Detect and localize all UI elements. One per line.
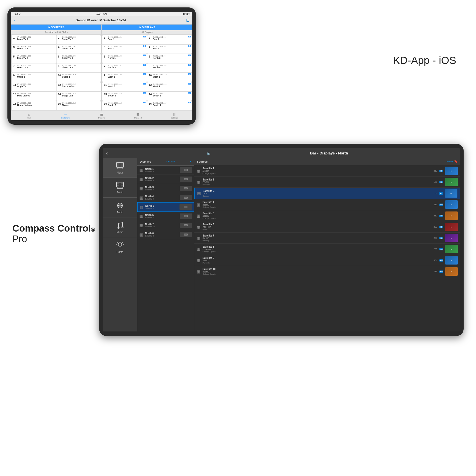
sidebar-item-audio[interactable]: Audio [103, 198, 137, 217]
tab-presets[interactable]: ☰ Presets [84, 111, 120, 120]
display-grid-item[interactable]: 3 IP: 192.168.1.103 East 3 3 [102, 45, 147, 54]
source-thumb: ▶ [445, 189, 457, 198]
tab-settings[interactable]: ||| Settings [156, 111, 192, 120]
source-ip: IP: 192.168.1.206 [62, 55, 76, 57]
ipad-frame-bottom: ‹ 🔈 Bar - Displays - North North South A… [99, 144, 464, 336]
checkmark-icon[interactable]: ✓ [189, 160, 192, 163]
source-num: 5 [13, 55, 16, 58]
select-all-btn[interactable]: Select All [166, 160, 175, 163]
passthru-btn[interactable]: Pass-thru [45, 31, 54, 33]
display-name: East 1 [108, 38, 121, 40]
source-list-item[interactable]: ▦ Satellite 7 FX HD Racing 223 HD ▶ [194, 233, 460, 244]
svg-rect-12 [117, 183, 119, 184]
display-list-item[interactable]: ▦ North 5 Satellite 3 [137, 202, 194, 212]
source-grid-item[interactable]: 7 IP: 192.168.1.207 DirectTV 7 [12, 63, 56, 72]
source-grid-item[interactable]: 16 IP: 192.168.1.216 Flyers [57, 101, 101, 110]
display-grid-item[interactable]: 14 IP: 192.168.1.114 South 2 14 [147, 92, 192, 101]
display-list-item[interactable]: ▦ North 3 Satellite 4 [137, 184, 194, 193]
source-ip: IP: 192.168.1.203 [17, 46, 31, 47]
shift-right-btn[interactable]: Shift › [62, 31, 68, 33]
tab-main[interactable]: ⌂ Main [11, 111, 47, 120]
display-info: IP: 192.168.1.111 West 3 [108, 83, 121, 88]
svg-rect-13 [117, 185, 119, 186]
display-grid-item[interactable]: 7 IP: 192.168.1.107 North 3 7 [102, 63, 147, 72]
display-icon: ▦ [139, 214, 143, 219]
source-thumb: ▶ [445, 256, 458, 265]
source-info: IP: 192.168.1.216 Flyers [62, 102, 76, 106]
display-list-item[interactable]: ▦ North 6 Satellite 7 [137, 212, 194, 221]
source-row-channel: ESPN HD [203, 248, 428, 251]
source-grid-item[interactable]: 15 IP: 192.168.1.215 House Videos [12, 101, 56, 110]
source-list-item[interactable]: ▦ Satellite 9 SNet Playoffs 334 HD ▶ [194, 255, 460, 266]
sources-list-panel: Sources Presets 🔖 ▦ Satellite 1 abcHD Co… [194, 158, 460, 331]
svg-point-21 [118, 243, 122, 246]
source-list-item[interactable]: ▦ Satellite 8 ESPN HD College Sports 200… [194, 244, 460, 255]
source-grid-item[interactable]: 14 IP: 192.168.1.214 Stage Cam [57, 92, 101, 101]
source-info: IP: 192.168.1.204 DirectTV 4 [62, 46, 76, 50]
display-grid-item[interactable]: 9 IP: 192.168.1.109 West 1 9 [102, 73, 147, 82]
music-icon [116, 221, 124, 230]
source-grid-item[interactable]: 10 IP: 192.168.1.210 Cable 2 [57, 73, 101, 82]
source-list-item[interactable]: ▦ Satellite 5 abcHD College Sports 219 H… [194, 210, 460, 221]
display-grid-item[interactable]: 5 IP: 192.168.1.105 North 1 5 [102, 54, 147, 63]
source-grid-item[interactable]: 13 IP: 192.168.1.213 iMac Videos [12, 92, 56, 101]
display-grid-item[interactable]: 10 IP: 192.168.1.110 West 2 10 [147, 73, 192, 82]
display-badge: 14 [188, 92, 191, 94]
display-grid-item[interactable]: 1 IP: 192.168.1.101 East 1 1 [102, 35, 147, 44]
display-grid-item[interactable]: 12 IP: 192.168.1.112 West 4 12 [147, 82, 192, 91]
sidebar-item-north[interactable]: North [103, 158, 137, 178]
source-grid-item[interactable]: 2 IP: 192.168.1.202 DirectTV 2 [57, 35, 101, 44]
source-grid-item[interactable]: 9 IP: 192.168.1.209 Cable 1 [12, 73, 56, 82]
displays-list-title: Displays [140, 160, 151, 163]
source-grid-item[interactable]: 12 IP: 192.168.1.212 ChromeCast [57, 82, 101, 91]
display-ip: IP: 192.168.1.112 [153, 83, 166, 85]
display-list-item[interactable]: ▦ North 8 Satellite 2 [137, 230, 194, 239]
display-list-item[interactable]: ▦ North 4 Satellite 9 [137, 193, 194, 202]
source-hd-badge: HD [439, 215, 443, 217]
display-badge: 10 [188, 73, 191, 75]
tab-switchers[interactable]: ⇌ Switchers [47, 111, 83, 120]
source-list-item[interactable]: ▦ Satellite 3 FSN Soccer 218 HD ▶ [194, 188, 460, 199]
back-button[interactable]: ‹ [14, 18, 15, 23]
display-grid-item[interactable]: 6 IP: 192.168.1.106 North 2 6 [147, 54, 192, 63]
source-icon: ▦ [197, 169, 201, 173]
source-grid-item[interactable]: 5 IP: 192.168.1.205 DirectTV 5 [12, 54, 56, 63]
display-list-item[interactable]: ▦ North 7 Satellite 10 [137, 221, 194, 230]
sidebar-item-music[interactable]: Music [103, 217, 137, 237]
source-list-item[interactable]: ▦ Satellite 2 ESPN Football 199 HD ▶ [194, 177, 460, 188]
display-list-item[interactable]: ▦ North 1 Satellite 3 [137, 166, 194, 175]
display-ip: IP: 192.168.1.107 [108, 64, 121, 66]
source-list-item[interactable]: ▦ Satellite 6 CNN HD News 220 HD ▶ [194, 221, 460, 233]
display-grid-item[interactable]: 8 IP: 192.168.1.108 North 4 8 [147, 63, 192, 72]
source-list-item[interactable]: ▦ Satellite 10 abcHD College Sports 219 … [194, 266, 460, 277]
display-badge: 2 [188, 36, 191, 37]
source-grid-item[interactable]: 11 IP: 192.168.1.211 AppleTV [12, 82, 56, 91]
ipad2-vol-icon[interactable]: 🔈 [207, 151, 211, 155]
display-list-item[interactable]: ▦ North 2 Satellite 8 [137, 175, 194, 184]
display-grid-item[interactable]: 11 IP: 192.168.1.111 West 3 11 [102, 82, 147, 91]
source-hd-badge: HD [439, 259, 443, 262]
sidebar-item-south[interactable]: South [103, 178, 137, 198]
source-grid-item[interactable]: 4 IP: 192.168.1.204 DirectTV 4 [57, 45, 101, 54]
source-grid-item[interactable]: 6 IP: 192.168.1.206 DirectTV 6 [57, 54, 101, 63]
source-grid-item[interactable]: 3 IP: 192.168.1.203 DirectTV 3 [12, 45, 56, 54]
display-grid-item[interactable]: 16 IP: 192.168.1.116 South 4 16 [147, 101, 192, 110]
display-grid-item[interactable]: 15 IP: 192.168.1.115 South 3 15 [102, 101, 147, 110]
source-hd-badge: HD [439, 248, 443, 250]
source-list-item[interactable]: ▦ Satellite 4 abcHD College Sports 219 H… [194, 199, 460, 210]
display-grid-item[interactable]: 2 IP: 192.168.1.102 East 2 2 [147, 35, 192, 44]
ipad2-back-btn[interactable]: ‹ [106, 150, 108, 156]
display-name: West 3 [108, 85, 121, 88]
display-grid-item[interactable]: 13 IP: 192.168.1.113 South 1 13 [102, 92, 147, 101]
display-grid-item[interactable]: 4 IP: 192.168.1.104 East 4 4 [147, 45, 192, 54]
tab-detailed[interactable]: ⊞ Detailed [120, 111, 156, 120]
nav-icon[interactable]: ⊡ [186, 18, 189, 23]
source-grid-item[interactable]: 1 IP: 192.168.1.201 DirectTV 1 [12, 35, 56, 44]
shift-left-btn[interactable]: ‹ Shift [55, 31, 61, 33]
sidebar-item-lights[interactable]: Lights [103, 237, 137, 257]
display-name: South 3 [108, 104, 121, 106]
source-list-item[interactable]: ▦ Satellite 1 abcHD College Sports 219 H… [194, 165, 460, 177]
displays-sub-header: All Outputs [102, 30, 192, 34]
presets-btn[interactable]: Presets 🔖 [446, 160, 458, 163]
source-grid-item[interactable]: 8 IP: 192.168.1.208 DirectTV 8 [57, 63, 101, 72]
